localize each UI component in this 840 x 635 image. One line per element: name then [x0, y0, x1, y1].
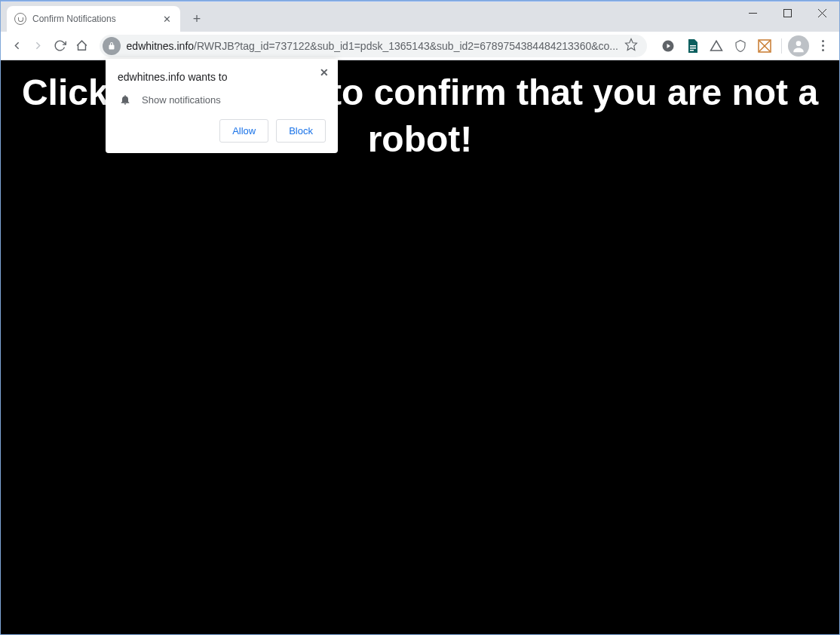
minimize-button[interactable]	[735, 2, 770, 24]
svg-point-13	[796, 41, 802, 46]
notification-permission-popup: ✕ edwhitnes.info wants to Show notificat…	[106, 59, 338, 153]
back-button[interactable]	[7, 35, 27, 57]
permission-row: Show notifications	[118, 94, 326, 106]
extension-icon[interactable]	[706, 35, 727, 57]
new-tab-button[interactable]: +	[186, 8, 207, 29]
close-button[interactable]	[805, 2, 839, 24]
divider	[781, 38, 782, 54]
svg-rect-7	[690, 48, 696, 49]
extension-icon[interactable]	[658, 35, 679, 57]
lock-icon[interactable]	[103, 37, 121, 55]
tab-title: Confirm Notifications	[32, 14, 161, 24]
block-button[interactable]: Block	[276, 119, 326, 143]
tab-strip: Confirm Notifications ✕ +	[1, 2, 207, 32]
popup-title: edwhitnes.info wants to	[118, 71, 326, 83]
extension-icon[interactable]	[730, 35, 751, 57]
profile-button[interactable]	[788, 35, 809, 57]
bell-icon	[119, 94, 131, 106]
allow-button[interactable]: Allow	[219, 119, 268, 143]
svg-rect-8	[690, 50, 694, 51]
window-controls	[735, 2, 839, 24]
browser-tab[interactable]: Confirm Notifications ✕	[7, 6, 180, 32]
extension-icon[interactable]	[754, 35, 775, 57]
extensions-row	[658, 35, 833, 57]
title-bar: Confirm Notifications ✕ +	[1, 2, 839, 32]
toolbar: edwhitnes.info/RWRJB?tag_id=737122&sub_i…	[1, 32, 839, 60]
popup-close-button[interactable]: ✕	[320, 66, 329, 78]
maximize-button[interactable]	[770, 2, 805, 24]
menu-button[interactable]	[812, 35, 833, 57]
permission-label: Show notifications	[142, 94, 221, 106]
svg-marker-9	[711, 41, 722, 51]
forward-button[interactable]	[29, 35, 49, 57]
tab-close-button[interactable]: ✕	[161, 13, 173, 25]
globe-icon	[14, 13, 26, 25]
bookmark-star-icon[interactable]	[624, 38, 638, 54]
svg-rect-6	[690, 45, 696, 47]
address-bar[interactable]: edwhitnes.info/RWRJB?tag_id=737122&sub_i…	[100, 35, 647, 57]
url-host: edwhitnes.info	[127, 40, 195, 52]
home-button[interactable]	[72, 35, 92, 57]
svg-marker-4	[626, 38, 637, 50]
extension-icon[interactable]	[682, 35, 703, 57]
reload-button[interactable]	[50, 35, 70, 57]
svg-rect-1	[783, 9, 791, 17]
url-path: /RWRJB?tag_id=737122&sub_id1=pdsk_136514…	[194, 40, 618, 52]
url-text: edwhitnes.info/RWRJB?tag_id=737122&sub_i…	[127, 40, 618, 52]
popup-buttons: Allow Block	[118, 119, 326, 143]
